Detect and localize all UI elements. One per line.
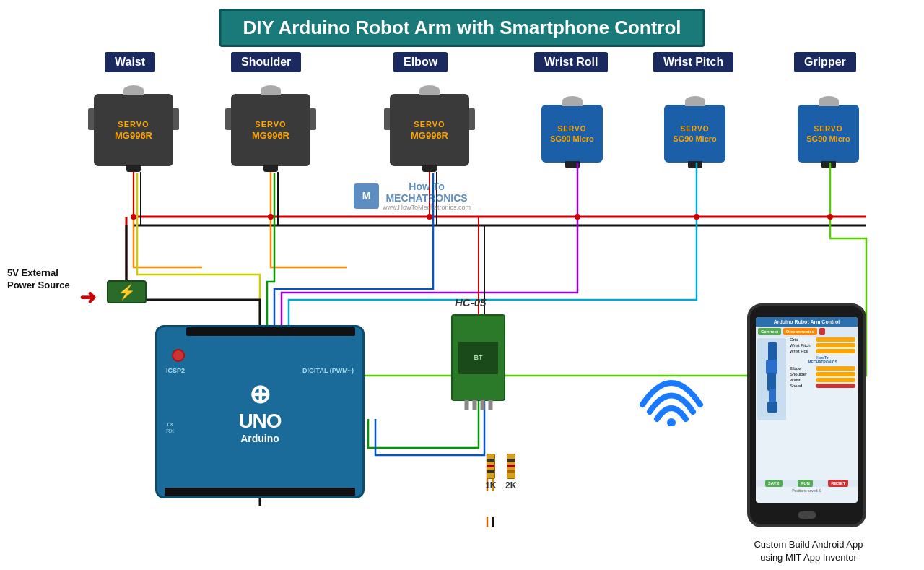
watermark-text: How ToMECHATRONICS www.HowToMechatronics…	[383, 181, 471, 211]
phone-arm-svg	[757, 338, 786, 418]
servo-model: MG996R	[252, 130, 289, 141]
phone-speed-row: Speed	[788, 383, 858, 389]
phone-run-btn: RUN	[798, 480, 813, 487]
phone-wrist-pitch-row: Wrist Pitch	[788, 342, 858, 348]
svg-point-15	[268, 214, 274, 220]
svg-rect-25	[767, 402, 777, 413]
servo-tab-left	[384, 108, 390, 130]
svg-point-14	[131, 214, 136, 220]
phone-grip-label: Grip	[790, 337, 798, 342]
arduino-digital-label: DIGITAL (PWM~)	[302, 367, 354, 374]
servo-model: MG996R	[411, 130, 448, 141]
resistor-stripe	[507, 470, 515, 473]
watermark: M How ToMECHATRONICS www.HowToMechatroni…	[354, 181, 471, 211]
phone-elbow-slider	[816, 366, 855, 371]
servo-tab-right	[469, 108, 475, 130]
hc05-pin-1	[464, 400, 468, 410]
servo-model: MG996R	[115, 130, 152, 141]
servo-tab-right	[173, 108, 179, 130]
shoulder-label: Shoulder	[231, 52, 301, 72]
hc05-pin-2	[472, 400, 476, 410]
hc05-chip: BT	[458, 342, 498, 374]
servo-model: SG90 Micro	[673, 134, 717, 143]
svg-rect-23	[767, 373, 776, 391]
phone-shoulder-row: Shoulder	[788, 371, 858, 377]
servo-wire-port	[422, 165, 437, 172]
phone-status-btn: Disconnected	[783, 328, 817, 335]
power-arrow-icon: ➜	[79, 285, 96, 309]
smartphone-screen: Arduino Robot Arm Control Connect Discon…	[756, 317, 858, 503]
phone-disconnect-btn	[819, 328, 825, 335]
waist-label: Waist	[105, 52, 155, 72]
phone-arm-display	[757, 338, 786, 420]
resistor-1k: 1K	[485, 454, 496, 491]
hc05-pin-3	[480, 400, 484, 410]
phone-wrist-roll-label: Wrist Roll	[790, 349, 808, 353]
servo-tab-right	[310, 108, 316, 130]
phone-waist-row: Waist	[788, 377, 858, 383]
phone-connect-btn: Connect	[758, 328, 781, 335]
wrist-roll-label: Wrist Roll	[534, 52, 608, 72]
servo-inner-label: SERVO	[681, 125, 710, 133]
servo-wire-port	[565, 161, 580, 168]
arduino-reset-button	[172, 349, 185, 362]
phone-bottom-section: SAVE RUN RESET Positions saved: 0	[756, 480, 858, 493]
bluetooth-wifi-symbol	[628, 354, 715, 426]
title-bar: DIY Arduino Robot Arm with Smartphone Co…	[219, 9, 705, 47]
resistor-2k-body	[507, 454, 515, 479]
phone-save-btn: SAVE	[765, 480, 783, 487]
resistor-stripe	[487, 459, 494, 462]
servo-horn-gripper	[819, 96, 839, 106]
svg-point-19	[827, 214, 833, 220]
phone-action-btns: SAVE RUN RESET	[756, 480, 858, 487]
svg-point-16	[427, 214, 432, 220]
phone-controls-column: Grip Wrist Pitch Wrist Roll HowToMECHATR…	[788, 337, 858, 422]
svg-rect-22	[766, 360, 777, 374]
servo-inner-label: SERVO	[414, 120, 445, 129]
arduino-icsp-label: ICSP2	[166, 367, 185, 374]
phone-speed-slider	[816, 384, 855, 388]
phone-wrist-pitch-slider	[816, 343, 855, 347]
servo-wire-port	[263, 165, 278, 172]
svg-point-20	[667, 418, 676, 426]
arduino-pins-top	[186, 327, 355, 336]
wrist-roll-servo: SERVO SG90 Micro	[541, 105, 603, 163]
phone-grip-slider	[816, 337, 855, 342]
elbow-label: Elbow	[393, 52, 448, 72]
phone-shoulder-label: Shoulder	[790, 372, 807, 376]
arduino-logo: ⊕ UNO Arduino	[238, 379, 281, 444]
hc05-pins	[464, 400, 492, 410]
hc05-label: HC-05	[455, 296, 486, 308]
watermark-m-icon: M	[362, 190, 371, 202]
phone-elbow-row: Elbow	[788, 366, 858, 371]
shoulder-servo: SERVO MG996R	[231, 94, 310, 166]
servo-inner-label: SERVO	[814, 125, 843, 133]
resistor-1k-label: 1K	[485, 480, 496, 491]
arduino-symbol: ⊕	[238, 379, 281, 410]
servo-tab-left	[225, 108, 231, 130]
phone-wrist-roll-slider	[816, 349, 855, 353]
svg-point-17	[575, 214, 580, 220]
arduino-tx-label: TXRX	[166, 421, 174, 434]
watermark-brand: How ToMECHATRONICS	[383, 181, 471, 204]
phone-waist-slider	[816, 378, 855, 382]
gripper-label: Gripper	[794, 52, 856, 72]
smartphone-mockup: Arduino Robot Arm Control Connect Discon…	[747, 303, 866, 527]
watermark-logo-box: M	[354, 183, 379, 209]
servo-model: SG90 Micro	[806, 134, 850, 143]
arduino-uno: ⊕ UNO Arduino ICSP2 DIGITAL (PWM~) TXRX	[155, 325, 365, 498]
servo-horn-wrist-pitch	[685, 96, 705, 106]
hc05-module: BT	[451, 314, 505, 401]
phone-logo-text: HowToMECHATRONICS	[788, 355, 858, 364]
svg-point-18	[694, 214, 699, 220]
servo-inner-label: SERVO	[558, 125, 587, 133]
servo-horn-shoulder	[261, 85, 281, 95]
phone-home-button	[798, 511, 816, 519]
wrist-pitch-label: Wrist Pitch	[653, 52, 733, 72]
hc05-pin-4	[488, 400, 492, 410]
servo-horn-wrist-roll	[562, 96, 583, 106]
phone-wrist-roll-row: Wrist Roll	[788, 348, 858, 354]
servo-tab-left	[88, 108, 94, 130]
phone-positions-saved: Positions saved: 0	[756, 487, 858, 493]
phone-shoulder-slider	[816, 372, 855, 376]
